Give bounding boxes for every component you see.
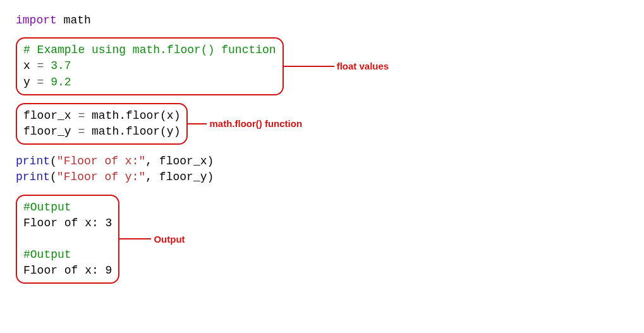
connector-1 [284,66,334,67]
output-comment-2: #Output [23,247,112,263]
print-line-2: print("Floor of y:", floor_y) [16,169,628,185]
block-math-floor: floor_x = math.floor(x) floor_y = math.f… [16,103,188,145]
assign-floor-x: floor_x = math.floor(x) [23,108,180,124]
import-keyword: import [16,14,57,27]
block-math-floor-row: floor_x = math.floor(x) floor_y = math.f… [16,99,628,148]
output-line-2: Floor of x: 9 [23,263,112,279]
assign-floor-y: floor_y = math.floor(y) [23,124,180,140]
print-line-1: print("Floor of x:", floor_x) [16,154,628,169]
assign-y: y = 9.2 [23,75,276,90]
comment-line-1: # Example using math.floor() function [23,42,276,58]
block-float-values-row: # Example using math.floor() function x … [16,33,628,99]
label-float-values: float values [337,59,389,73]
label-math-floor: math.floor() function [209,117,302,130]
connector-2 [188,123,207,124]
assign-x: x = 3.7 [23,58,276,74]
output-line-1: Floor of x: 3 [23,215,112,231]
block-output-row: #Output Floor of x: 3 #Output Floor of x… [16,191,628,288]
import-module: math [57,14,91,27]
output-comment-1: #Output [23,200,112,215]
output-blank [23,231,112,247]
block-output: #Output Floor of x: 3 #Output Floor of x… [16,195,119,284]
block-float-values: # Example using math.floor() function x … [16,37,284,95]
import-line: import math [16,13,628,28]
label-output: Output [154,233,185,246]
connector-3 [119,238,151,239]
